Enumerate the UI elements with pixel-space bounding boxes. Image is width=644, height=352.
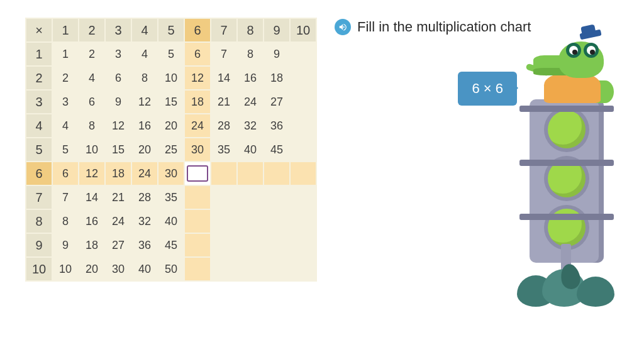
- chart-cell: 8: [238, 43, 263, 65]
- row-header: 2: [26, 67, 52, 89]
- col-header: 5: [158, 19, 184, 41]
- chart-cell: 18: [79, 234, 104, 256]
- col-header: 4: [132, 19, 157, 41]
- chart-cell: 21: [106, 186, 131, 209]
- chart-cell: 18: [106, 162, 131, 185]
- chart-cell: 15: [158, 91, 184, 113]
- chart-cell: 20: [132, 138, 157, 161]
- chart-cell: 30: [158, 162, 184, 185]
- chart-cell: 16: [132, 114, 157, 137]
- chart-cell: 8: [53, 210, 78, 233]
- chart-cell: 21: [211, 91, 236, 113]
- chart-cell: [238, 186, 263, 209]
- chart-cell: [238, 234, 263, 256]
- row-header: 7: [26, 186, 52, 209]
- chart-cell: 10: [158, 67, 184, 89]
- chart-cell: 40: [132, 258, 157, 280]
- traffic-light: [530, 99, 604, 263]
- row-header: 3: [26, 91, 52, 113]
- chart-cell: 5: [158, 43, 184, 65]
- chart-cell: 24: [132, 162, 157, 185]
- chart-cell: [264, 258, 289, 280]
- chart-cell: 30: [106, 258, 131, 280]
- answer-input[interactable]: [187, 165, 208, 182]
- chart-cell: 18: [185, 91, 210, 113]
- chart-cell: [211, 210, 236, 233]
- chart-cell: [291, 91, 316, 113]
- chart-cell: 16: [79, 210, 104, 233]
- chart-cell: [264, 186, 289, 209]
- chart-cell: 10: [53, 258, 78, 280]
- chart-cell: [291, 162, 316, 185]
- row-header: 9: [26, 234, 52, 256]
- col-header: 10: [291, 19, 316, 41]
- chart-cell: 27: [106, 234, 131, 256]
- chart-cell: 18: [264, 67, 289, 89]
- chart-cell: 40: [238, 138, 263, 161]
- chart-cell: [238, 210, 263, 233]
- active-cell[interactable]: [185, 162, 210, 185]
- chart-cell: [264, 162, 289, 185]
- col-header: 9: [264, 19, 289, 41]
- col-header: 3: [106, 19, 131, 41]
- chart-cell: 20: [158, 114, 184, 137]
- chart-cell: 3: [106, 43, 131, 65]
- chart-cell: [185, 186, 210, 209]
- chart-cell: 6: [79, 91, 104, 113]
- chart-cell: [291, 186, 316, 209]
- chart-cell: 32: [238, 114, 263, 137]
- chart-cell: 4: [132, 43, 157, 65]
- chart-corner: ×: [26, 19, 52, 41]
- chart-cell: 28: [132, 186, 157, 209]
- row-header: 5: [26, 138, 52, 161]
- col-header: 1: [53, 19, 78, 41]
- chart-cell: [185, 258, 210, 280]
- chart-cell: [264, 234, 289, 256]
- chart-cell: 12: [79, 162, 104, 185]
- bush-illustration: [517, 263, 618, 307]
- chart-cell: 45: [158, 234, 184, 256]
- chart-cell: [291, 138, 316, 161]
- chart-cell: 12: [132, 91, 157, 113]
- row-header: 6: [26, 162, 52, 185]
- chart-cell: 16: [238, 67, 263, 89]
- chart-cell: 6: [53, 162, 78, 185]
- speech-text: 6 × 6: [472, 80, 503, 96]
- chart-cell: 5: [53, 138, 78, 161]
- chart-cell: 27: [264, 91, 289, 113]
- chart-cell: 14: [79, 186, 104, 209]
- chart-cell: 24: [185, 114, 210, 137]
- row-header: 1: [26, 43, 52, 65]
- mascot-illustration: [504, 0, 630, 300]
- col-header: 2: [79, 19, 104, 41]
- chart-cell: 30: [185, 138, 210, 161]
- row-header: 8: [26, 210, 52, 233]
- chart-cell: [211, 258, 236, 280]
- chart-cell: 8: [132, 67, 157, 89]
- chart-cell: 6: [185, 43, 210, 65]
- chart-cell: 35: [158, 186, 184, 209]
- chart-cell: 12: [185, 67, 210, 89]
- crocodile-mascot: [522, 21, 613, 103]
- multiplication-chart: ×123456789101123456789224681012141618336…: [25, 18, 317, 282]
- audio-icon[interactable]: [335, 19, 351, 35]
- chart-cell: 7: [211, 43, 236, 65]
- chart-cell: 2: [79, 43, 104, 65]
- chart-cell: 24: [238, 91, 263, 113]
- chart-cell: [291, 67, 316, 89]
- chart-cell: 7: [53, 186, 78, 209]
- chart-cell: [185, 234, 210, 256]
- chart-cell: 8: [79, 114, 104, 137]
- chart-cell: 15: [106, 138, 131, 161]
- col-header: 7: [211, 19, 236, 41]
- chart-cell: [185, 210, 210, 233]
- chart-cell: 2: [53, 67, 78, 89]
- chart-cell: [211, 234, 236, 256]
- chart-cell: 9: [264, 43, 289, 65]
- row-header: 10: [26, 258, 52, 280]
- chart-cell: 25: [158, 138, 184, 161]
- chart-cell: [238, 162, 263, 185]
- chart-cell: [291, 43, 316, 65]
- chart-cell: 45: [264, 138, 289, 161]
- chart-cell: 36: [132, 234, 157, 256]
